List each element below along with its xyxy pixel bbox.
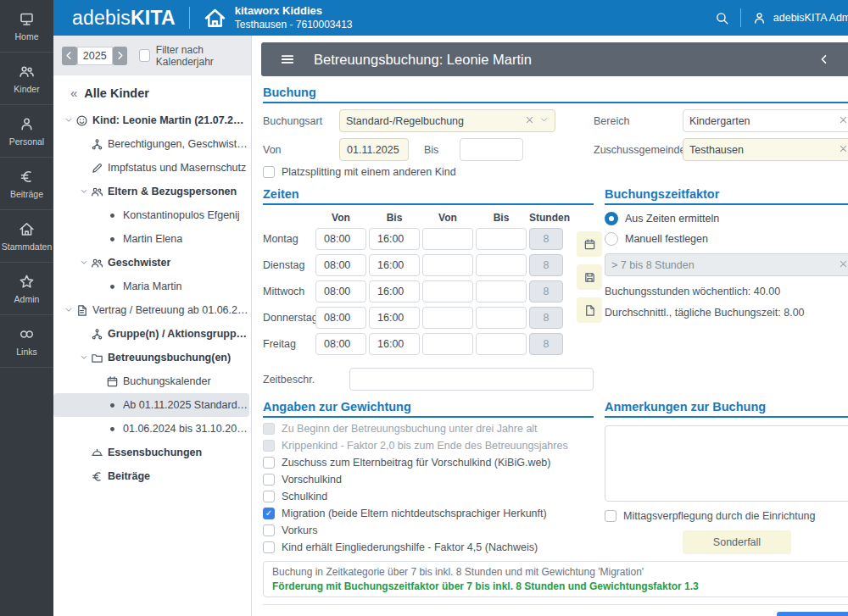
bis2-input[interactable]	[476, 280, 527, 302]
zuschussgemeinde-select[interactable]: Testhausen	[683, 138, 848, 161]
sidebar-item[interactable]: Admin	[0, 263, 53, 315]
sidebar-item[interactable]: Personal	[0, 105, 53, 158]
sidebar-item[interactable]: Links	[0, 315, 53, 368]
tree-item[interactable]: Eltern & Bezugspersonen	[53, 180, 249, 203]
expand-chevron-icon[interactable]	[62, 306, 75, 314]
gewichtung-checkbox-row[interactable]: Zu Beginn der Betreuungsbuchung unter dr…	[263, 423, 594, 435]
mittagsverpflegung-row[interactable]: Mittagsverpflegung durch die Einrichtung	[605, 510, 848, 522]
tree-item[interactable]: Buchungskalender	[53, 369, 249, 393]
bis2-input[interactable]	[476, 228, 527, 250]
checkbox[interactable]	[263, 440, 275, 452]
tree-item[interactable]: Martin Elena	[53, 227, 249, 251]
expand-chevron-icon[interactable]	[77, 353, 91, 362]
clear-icon[interactable]	[525, 115, 534, 127]
expand-chevron-icon[interactable]	[77, 258, 91, 267]
checkbox[interactable]	[263, 508, 275, 519]
tree-item[interactable]: Ab 01.11.2025 Standard-/Regelbuch...	[53, 393, 249, 417]
von2-input[interactable]	[422, 333, 473, 355]
bis1-input[interactable]	[369, 254, 420, 276]
expand-chevron-icon[interactable]	[77, 187, 91, 196]
menu-icon[interactable]	[280, 52, 295, 67]
tree-item[interactable]: Gruppe(n) / Aktionsgruppe(n)	[53, 322, 249, 346]
tree-item[interactable]: Berechtigungen, Geschwister, Gesundheit	[53, 132, 249, 156]
clear-icon[interactable]	[839, 115, 848, 127]
tree-root-label[interactable]: Alle Kinder	[84, 86, 149, 100]
checkbox[interactable]	[263, 474, 275, 486]
tree-item[interactable]: Geschwister	[53, 251, 249, 275]
anmerkungen-textarea[interactable]	[605, 425, 848, 502]
search-icon[interactable]	[715, 11, 729, 25]
bis1-input[interactable]	[369, 307, 420, 329]
gewichtung-checkbox-row[interactable]: Kind erhält Eingliederungshilfe - Faktor…	[263, 541, 594, 553]
gewichtung-checkbox-row[interactable]: Krippenkind - Faktor 2,0 bis zum Ende de…	[263, 440, 594, 452]
clear-icon[interactable]	[839, 144, 848, 156]
zeitbeschr-input[interactable]	[349, 368, 594, 391]
sidebar-item[interactable]: Kinder	[0, 53, 53, 105]
bis1-input[interactable]	[369, 280, 420, 302]
radio-button[interactable]	[605, 232, 618, 246]
user-icon[interactable]	[752, 11, 767, 25]
filter-year-checkbox[interactable]	[139, 49, 149, 62]
von-input[interactable]	[339, 138, 409, 161]
tree-item[interactable]: Beiträge	[53, 464, 249, 488]
bis2-input[interactable]	[476, 333, 527, 355]
collapse-tree-icon[interactable]: «	[70, 86, 77, 100]
checkbox[interactable]	[263, 457, 275, 469]
tree-item[interactable]: Essensbuchungen	[53, 441, 249, 464]
sidebar-item[interactable]: Home	[0, 0, 53, 53]
platzsplitting-checkbox[interactable]	[263, 166, 275, 178]
tree-item[interactable]: Betreuungsbuchung(en)	[53, 346, 249, 369]
gewichtung-checkbox-row[interactable]: Vorkurs	[263, 524, 594, 536]
prev-record-icon[interactable]	[819, 54, 829, 64]
tree-item[interactable]: Kind: Leonie Martin (21.07.2020, 5 Jahre…	[53, 108, 249, 132]
buchungszeitfaktor-radio-row[interactable]: Manuell festlegen	[605, 232, 848, 246]
save-button[interactable]: Speichern	[777, 612, 848, 616]
zeiten-action-button[interactable]	[577, 231, 602, 257]
bis-input[interactable]	[460, 138, 523, 161]
gewichtung-checkbox-row[interactable]: Schulkind	[263, 491, 594, 502]
zeiten-action-button[interactable]	[577, 297, 602, 323]
radio-button[interactable]	[605, 212, 618, 225]
chevron-down-icon[interactable]	[539, 115, 549, 127]
bis2-input[interactable]	[476, 254, 527, 276]
tree-item[interactable]: Impfstatus und Masernschutz	[53, 156, 249, 180]
sidebar-item[interactable]: Beiträge	[0, 158, 53, 210]
tree-item[interactable]: Maria Martin	[53, 275, 249, 298]
von1-input[interactable]	[315, 254, 366, 276]
tree-item[interactable]: Vertrag / Betreuung ab 01.06.2024	[53, 298, 249, 322]
buchungsart-select[interactable]: Standard-/Regelbuchung	[339, 109, 555, 132]
von2-input[interactable]	[422, 228, 473, 250]
platzsplitting-row[interactable]: Platzsplitting mit einem anderen Kind	[263, 166, 848, 178]
buchungszeitfaktor-radio-row[interactable]: Aus Zeiten ermitteln	[605, 212, 848, 225]
von2-input[interactable]	[422, 280, 473, 302]
checkbox[interactable]	[263, 524, 275, 536]
von1-input[interactable]	[315, 228, 366, 250]
von1-input[interactable]	[315, 280, 366, 302]
euro-icon	[19, 169, 35, 185]
gewichtung-checkbox-row[interactable]: Zuschuss zum Elternbeitrag für Vorschulk…	[263, 457, 594, 469]
sonderfall-button[interactable]: Sonderfall	[683, 530, 791, 554]
zeiten-action-button[interactable]	[577, 264, 602, 290]
bereich-select[interactable]: Kindergarten	[683, 109, 848, 132]
von2-input[interactable]	[422, 254, 473, 276]
bis1-input[interactable]	[369, 228, 420, 250]
tree-item[interactable]: Konstantinopulos Efgenij	[53, 203, 249, 227]
gewichtung-checkbox-row[interactable]: Vorschulkind	[263, 474, 594, 486]
bis2-input[interactable]	[476, 307, 527, 329]
von1-input[interactable]	[315, 307, 366, 329]
checkbox[interactable]	[263, 423, 275, 435]
von2-input[interactable]	[422, 307, 473, 329]
tree-item[interactable]: 01.06.2024 bis 31.10.2025 Standard...	[53, 417, 249, 441]
year-next-button[interactable]	[113, 47, 128, 65]
year-prev-button[interactable]	[62, 47, 77, 65]
bis1-input[interactable]	[369, 333, 420, 355]
user-name[interactable]: adebisKITA Admin	[773, 12, 848, 24]
sidebar-item[interactable]: Stammdaten	[0, 210, 53, 263]
checkbox[interactable]	[263, 491, 275, 502]
expand-chevron-icon[interactable]	[62, 116, 75, 125]
tree-item-label: Buchungskalender	[123, 375, 211, 387]
von1-input[interactable]	[315, 333, 366, 355]
gewichtung-checkbox-row[interactable]: Migration (beide Eltern nichtdeutschspra…	[263, 508, 594, 519]
mittagsverpflegung-checkbox[interactable]	[605, 510, 616, 522]
checkbox[interactable]	[263, 541, 275, 553]
